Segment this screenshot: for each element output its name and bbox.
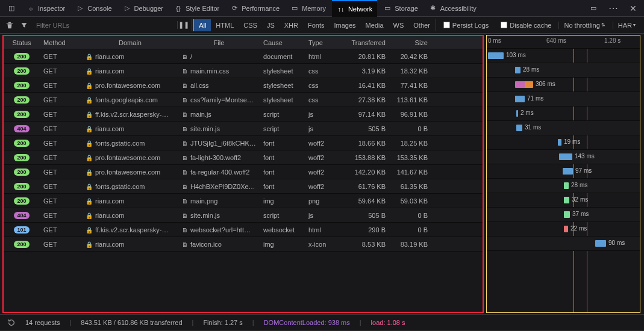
waterfall-row[interactable]: 90 ms	[487, 237, 640, 251]
timeline-tick: 0 ms	[488, 37, 501, 44]
waterfall-row[interactable]: 28 ms	[487, 63, 640, 78]
col-transferred[interactable]: Transferred	[341, 39, 389, 46]
refresh-icon[interactable]	[7, 318, 16, 327]
table-row[interactable]: 404GET🔒rianu.com🗎site.min.jsscriptjs505 …	[4, 122, 483, 136]
file-icon: 🗎	[182, 82, 188, 89]
waterfall-row[interactable]: 22 ms	[487, 222, 640, 237]
lock-icon: 🔒	[86, 198, 93, 205]
timing-bar	[564, 197, 569, 203]
waterfall-row[interactable]: 37 ms	[487, 208, 640, 222]
file-icon: 🗎	[182, 169, 188, 176]
tab-performance[interactable]: ⟳Performance	[225, 0, 284, 17]
table-row[interactable]: 404GET🔒rianu.com🗎site.min.jsscriptjs505 …	[4, 208, 483, 223]
timing-label: 103 ms	[506, 52, 526, 58]
filter-other[interactable]: Other	[408, 19, 435, 31]
close-icon[interactable]: ✕	[625, 4, 642, 13]
tab-storage[interactable]: ▭Storage	[378, 0, 423, 17]
waterfall-row[interactable]: 19 ms	[487, 135, 640, 150]
timing-bar	[564, 226, 568, 232]
col-cause[interactable]: Cause	[260, 39, 305, 46]
col-status[interactable]: Status	[4, 39, 40, 46]
tab-inspector[interactable]: ⟐Inspector	[22, 0, 70, 17]
funnel-icon[interactable]	[18, 22, 30, 29]
table-row[interactable]: 200GET🔒fonts.gstatic.com🗎JTUSjIg1_i6t8kC…	[4, 136, 483, 150]
pause-icon[interactable]: ❚❚	[177, 21, 189, 29]
persist-label: Persist Logs	[452, 22, 489, 29]
throttling-select[interactable]: No throttling ⇅	[558, 22, 610, 29]
file-icon: 🗎	[182, 54, 188, 60]
col-domain[interactable]: Domain	[82, 39, 178, 46]
kebab-menu-icon[interactable]: ⋯	[604, 2, 624, 14]
lock-icon: 🔒	[86, 184, 93, 190]
waterfall-row[interactable]: 306 ms	[487, 78, 640, 92]
table-row[interactable]: 200GET🔒rianu.com🗎main.min.cssstylesheetc…	[4, 64, 483, 78]
table-row[interactable]: 200GET🔒pro.fontawesome.com🗎fa-regular-40…	[4, 165, 483, 179]
table-row[interactable]: 200GET🔒pro.fontawesome.com🗎all.cssstyles…	[4, 78, 483, 93]
waterfall-row[interactable]: 71 ms	[487, 92, 640, 107]
tab-network[interactable]: ↑↓Network	[332, 0, 377, 17]
timing-label: 71 ms	[527, 95, 543, 102]
waterfall-row[interactable]: 143 ms	[487, 150, 640, 164]
waterfall-row[interactable]: 103 ms	[487, 49, 640, 63]
timeline-tick: 640 ms	[546, 37, 566, 44]
filter-all[interactable]: All	[193, 19, 211, 31]
waterfall-row[interactable]: 2 ms	[487, 107, 640, 121]
col-method[interactable]: Method	[40, 39, 82, 46]
table-row[interactable]: 200GET🔒fonts.gstatic.com🗎H4chBXePl9DZ0Xe…	[4, 179, 483, 194]
table-row[interactable]: 200GET🔒rianu.com🗎favicon.icoimgx-icon8.5…	[4, 237, 483, 252]
disable-cache-checkbox[interactable]: Disable cache	[496, 22, 556, 29]
status-badge: 200	[14, 53, 30, 60]
table-row[interactable]: 200GET🔒pro.fontawesome.com🗎fa-light-300.…	[4, 150, 483, 165]
lock-icon: 🔒	[86, 111, 93, 118]
table-row[interactable]: 200GET🔒fonts.googleapis.com🗎css?family=M…	[4, 93, 483, 107]
har-menu[interactable]: HAR ▾	[613, 22, 640, 29]
waterfall-row[interactable]: 28 ms	[487, 179, 640, 193]
file-icon: 🗎	[182, 140, 188, 147]
filter-images[interactable]: Images	[330, 19, 361, 31]
sb-finish: Finish: 1.27 s	[203, 319, 242, 326]
timing-bar	[516, 125, 522, 131]
filter-ws[interactable]: WS	[389, 19, 409, 31]
status-badge: 200	[14, 111, 30, 118]
timing-label: 19 ms	[564, 138, 580, 145]
tab-style-editor[interactable]: {}Style Editor	[169, 0, 224, 17]
filter-fonts[interactable]: Fonts	[303, 19, 330, 31]
tab-console[interactable]: ▷Console	[71, 0, 116, 17]
waterfall-body: 103 ms28 ms306 ms71 ms2 ms31 ms19 ms143 …	[487, 49, 640, 312]
storage-icon: ▭	[383, 4, 392, 13]
table-row[interactable]: 200GET🔒ff.kis.v2.scr.kaspersky-…🗎main.js…	[4, 107, 483, 122]
filter-css[interactable]: CSS	[239, 19, 262, 31]
filter-xhr[interactable]: XHR	[280, 19, 303, 31]
updown-icon: ⇅	[601, 22, 605, 28]
lock-icon: 🔒	[86, 212, 93, 219]
timing-label: 143 ms	[575, 153, 595, 159]
filter-js[interactable]: JS	[262, 19, 280, 31]
persist-logs-checkbox[interactable]: Persist Logs	[439, 22, 494, 29]
waterfall-row[interactable]: 31 ms	[487, 121, 640, 135]
iframe-picker-icon[interactable]: ◫	[2, 0, 20, 17]
filter-input[interactable]: Filter URLs	[33, 22, 73, 29]
tab-debugger[interactable]: ▷Debugger	[118, 0, 168, 17]
filter-media[interactable]: Media	[361, 19, 389, 31]
waterfall-row[interactable]: 97 ms	[487, 164, 640, 179]
lock-icon: 🔒	[86, 126, 93, 132]
responsive-icon[interactable]: ▭	[584, 0, 602, 17]
file-icon: 🗎	[182, 241, 188, 248]
col-size[interactable]: Size	[389, 39, 437, 46]
chevron-down-icon: ▾	[633, 22, 636, 28]
waterfall-row[interactable]: 32 ms	[487, 193, 640, 208]
col-file[interactable]: File	[178, 39, 260, 46]
request-table: Status Method Domain File Cause Type Tra…	[2, 35, 484, 313]
table-row[interactable]: 200GET🔒rianu.com🗎/documenthtml20.81 KB20…	[4, 49, 483, 64]
tab-accessibility[interactable]: ✱Accessibility	[424, 0, 481, 17]
tab-memory[interactable]: ▭Memory	[286, 0, 331, 17]
timing-bar	[558, 139, 561, 146]
filter-html[interactable]: HTML	[211, 19, 239, 31]
status-badge: 404	[14, 125, 30, 132]
table-row[interactable]: 200GET🔒rianu.com🗎main.pngimgpng59.64 KB5…	[4, 194, 483, 208]
col-type[interactable]: Type	[305, 39, 341, 46]
table-row[interactable]: 101GET🔒ff.kis.v2.scr.kaspersky-…🗎websock…	[4, 223, 483, 237]
lock-icon: 🔒	[86, 155, 93, 161]
timing-bar	[559, 153, 572, 160]
trash-icon[interactable]	[4, 21, 16, 29]
